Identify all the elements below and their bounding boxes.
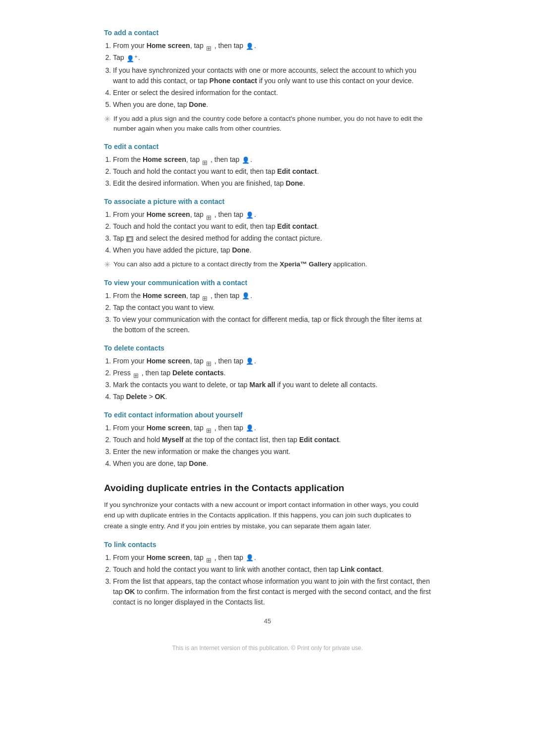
- section-title-edit: To edit a contact: [104, 143, 431, 151]
- step: From your Home screen, tap , then tap 👤.: [113, 41, 431, 51]
- step: If you have synchronized your contacts w…: [113, 65, 431, 86]
- grid-icon: [206, 43, 214, 49]
- section-edit-contact: To edit a contact From the Home screen, …: [104, 143, 431, 189]
- footer-text: This is an Internet version of this publ…: [104, 645, 431, 652]
- steps-associate: From your Home screen, tap , then tap 👤.…: [113, 209, 431, 255]
- step: Touch and hold the contact you want to l…: [113, 564, 431, 575]
- steps-edit-yourself: From your Home screen, tap , then tap 👤.…: [113, 423, 431, 469]
- tip-icon: ✳: [104, 114, 110, 124]
- avoid-duplicates-paragraph: If you synchronize your contacts with a …: [104, 500, 431, 532]
- section-title-view: To view your communication with a contac…: [104, 279, 431, 287]
- step: When you are done, tap Done.: [113, 100, 431, 110]
- big-heading: Avoiding duplicate entries in the Contac…: [104, 483, 431, 494]
- tip-associate: ✳ You can also add a picture to a contac…: [104, 259, 431, 269]
- step: Touch and hold Myself at the top of the …: [113, 435, 431, 445]
- step: Press , then tap Delete contacts.: [113, 368, 431, 378]
- step: Touch and hold the contact you want to e…: [113, 221, 431, 232]
- person-icon: 👤: [246, 42, 254, 51]
- step: Edit the desired information. When you a…: [113, 178, 431, 189]
- step: From your Home screen, tap , then tap 👤.: [113, 356, 431, 366]
- tip-text: If you add a plus sign and the country c…: [113, 114, 431, 134]
- steps-link: From your Home screen, tap , then tap 👤.…: [113, 553, 431, 607]
- grid-icon: [206, 212, 214, 218]
- steps-edit: From the Home screen, tap , then tap 👤. …: [113, 154, 431, 189]
- tip-add: ✳ If you add a plus sign and the country…: [104, 114, 431, 134]
- section-edit-yourself: To edit contact information about yourse…: [104, 411, 431, 469]
- section-link-contacts: To link contacts From your Home screen, …: [104, 541, 431, 607]
- section-add-contact: To add a contact From your Home screen, …: [104, 29, 431, 134]
- step: From your Home screen, tap , then tap 👤.: [113, 423, 431, 433]
- grid-icon: [206, 555, 214, 561]
- step: Tap Delete > OK.: [113, 392, 431, 402]
- section-delete-contacts: To delete contacts From your Home screen…: [104, 344, 431, 402]
- section-title-add: To add a contact: [104, 29, 431, 37]
- page-number: 45: [104, 617, 431, 625]
- step: From the list that appears, tap the cont…: [113, 576, 431, 607]
- step: Enter the new information or make the ch…: [113, 447, 431, 457]
- step: When you have added the picture, tap Don…: [113, 245, 431, 255]
- person-icon: 👤: [242, 155, 250, 165]
- section-avoid-duplicates: Avoiding duplicate entries in the Contac…: [104, 483, 431, 532]
- step: From the Home screen, tap , then tap 👤.: [113, 154, 431, 165]
- step: When you are done, tap Done.: [113, 458, 431, 469]
- step: Tap ▣ and select the desired method for …: [113, 233, 431, 244]
- step: From your Home screen, tap , then tap 👤.: [113, 209, 431, 220]
- grid-icon: [202, 157, 210, 163]
- step: Mark the contacts you want to delete, or…: [113, 380, 431, 390]
- person-icon: 👤: [246, 553, 254, 563]
- person-icon: 👤: [246, 356, 254, 366]
- step: From your Home screen, tap , then tap 👤.: [113, 553, 431, 563]
- steps-delete: From your Home screen, tap , then tap 👤.…: [113, 356, 431, 402]
- step: Tap the contact you want to view.: [113, 302, 431, 313]
- section-title-link: To link contacts: [104, 541, 431, 549]
- tip-icon: ✳: [104, 260, 110, 269]
- grid-icon: [206, 425, 214, 431]
- person-plus-icon: 👤+: [126, 52, 137, 64]
- tip-text: You can also add a picture to a contact …: [113, 259, 367, 269]
- section-title-delete: To delete contacts: [104, 344, 431, 352]
- image-icon: ▣: [126, 236, 133, 242]
- step: To view your communication with the cont…: [113, 314, 431, 335]
- grid-icon: [133, 370, 141, 376]
- section-title-associate: To associate a picture with a contact: [104, 198, 431, 205]
- step: Touch and hold the contact you want to e…: [113, 166, 431, 177]
- steps-add: From your Home screen, tap , then tap 👤.…: [113, 41, 431, 110]
- section-title-edit-yourself: To edit contact information about yourse…: [104, 411, 431, 419]
- person-icon: 👤: [242, 291, 250, 301]
- grid-icon: [202, 293, 210, 299]
- grid-icon: [206, 358, 214, 364]
- section-associate-picture: To associate a picture with a contact Fr…: [104, 198, 431, 269]
- step: Tap 👤+.: [113, 52, 431, 64]
- step: Enter or select the desired information …: [113, 88, 431, 98]
- step: From the Home screen, tap , then tap 👤.: [113, 291, 431, 301]
- section-view-communication: To view your communication with a contac…: [104, 279, 431, 335]
- person-icon: 👤: [246, 423, 254, 433]
- steps-view: From the Home screen, tap , then tap 👤. …: [113, 291, 431, 335]
- page-content: To add a contact From your Home screen, …: [74, 0, 461, 691]
- person-icon: 👤: [246, 210, 254, 220]
